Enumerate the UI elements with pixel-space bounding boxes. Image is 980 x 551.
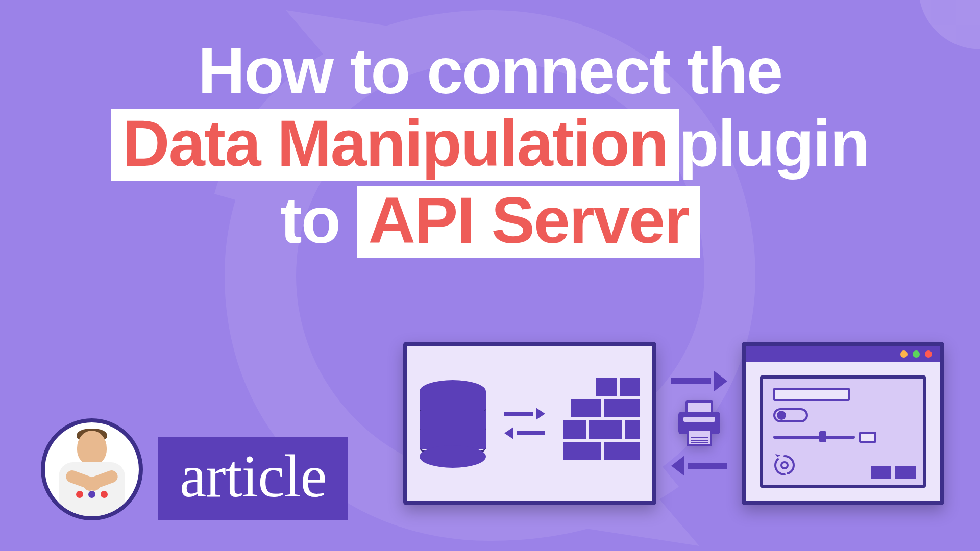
panel-buttons-icon	[871, 466, 916, 479]
arrow-left-icon	[671, 456, 727, 476]
architecture-diagram	[403, 332, 944, 515]
author-avatar	[41, 418, 143, 520]
svg-point-0	[781, 462, 788, 468]
arrow-right-icon	[671, 371, 727, 391]
toggle-icon	[773, 408, 808, 422]
grafana-logo-icon	[772, 453, 797, 478]
page-title: How to connect the Data Manipulationplug…	[26, 36, 954, 258]
traffic-light-icon	[913, 350, 920, 358]
browser-window-icon	[742, 342, 944, 505]
printer-icon	[676, 400, 722, 446]
database-icon	[420, 380, 486, 467]
traffic-light-icon	[900, 350, 908, 358]
title-line-2: Data Manipulationplugin	[26, 108, 954, 181]
outer-arrows	[669, 371, 729, 476]
title-line-3: to API Server	[26, 185, 954, 258]
firewall-icon	[564, 378, 640, 469]
article-badge: article	[158, 437, 348, 520]
traffic-light-icon	[925, 350, 932, 358]
title-highlight-2: API Server	[357, 186, 700, 258]
bidirectional-arrows-icon	[504, 408, 545, 439]
title-line-1: How to connect the	[26, 36, 954, 106]
title-before-2: to	[280, 184, 340, 257]
text-field-icon	[773, 388, 850, 401]
browser-chrome-bar	[746, 346, 940, 362]
title-after-1: plugin	[679, 107, 869, 180]
form-panel	[760, 375, 926, 488]
slider-icon	[773, 432, 913, 443]
title-highlight-1: Data Manipulation	[111, 109, 679, 181]
server-box	[403, 342, 656, 505]
